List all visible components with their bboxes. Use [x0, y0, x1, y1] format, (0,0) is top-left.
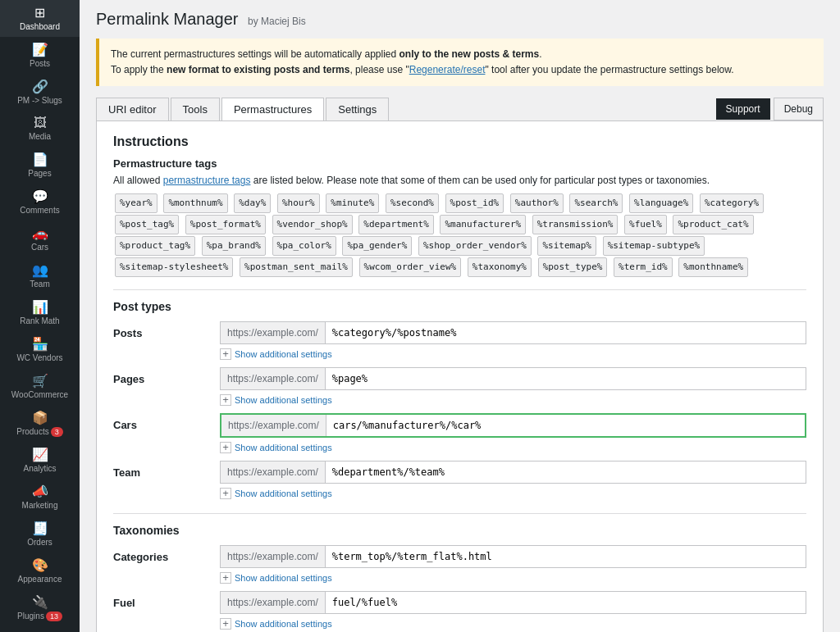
show-additional-posts[interactable]: + Show additional settings	[220, 346, 806, 362]
sidebar-item-comments[interactable]: 💬 Comments	[0, 184, 80, 221]
field-prefix-posts: https://example.com/	[221, 322, 326, 343]
permastructure-tags-title: Permastructure tags	[113, 157, 806, 170]
sidebar-item-users[interactable]: 👤 Users	[0, 626, 80, 632]
field-input-row-fuel: https://example.com/	[220, 591, 806, 614]
sidebar-item-cars[interactable]: 🚗 Cars	[0, 221, 80, 257]
debug-button[interactable]: Debug	[774, 98, 824, 120]
sidebar-item-wc-vendors[interactable]: 🏪 WC Vendors	[0, 331, 80, 368]
sidebar-item-pm-slugs[interactable]: 🔗 PM -> Slugs	[0, 74, 80, 111]
show-additional-categories[interactable]: + Show additional settings	[220, 570, 806, 586]
support-button[interactable]: Support	[716, 98, 770, 120]
media-icon: 🖼	[34, 116, 47, 130]
show-additional-team[interactable]: + Show additional settings	[220, 485, 806, 502]
field-input-fuel[interactable]	[326, 592, 806, 613]
field-input-row-posts: https://example.com/	[220, 321, 806, 344]
field-input-pages[interactable]	[326, 368, 806, 389]
sidebar-label-comments: Comments	[20, 206, 59, 216]
field-prefix-fuel: https://example.com/	[221, 592, 326, 613]
marketing-icon: 📣	[32, 484, 48, 499]
post-types-title: Post types	[113, 289, 806, 313]
regenerate-link[interactable]: Regenerate/reset	[409, 64, 486, 75]
tag-item: %pa_gender%	[342, 236, 412, 256]
tag-item: %language%	[629, 193, 693, 213]
dashboard-icon: ⊞	[34, 5, 45, 20]
sidebar-label-products: Products3	[16, 427, 62, 437]
sidebar-item-woocommerce[interactable]: 🛒 WooCommerce	[0, 368, 80, 405]
sidebar-item-orders[interactable]: 🧾 Orders	[0, 516, 80, 552]
products-icon: 📦	[32, 410, 48, 425]
tab-uri-editor[interactable]: URI editor	[96, 98, 169, 120]
sidebar-item-products[interactable]: 📦 Products3	[0, 405, 80, 442]
sidebar-label-pages: Pages	[28, 169, 51, 179]
plus-icon: +	[220, 572, 231, 584]
show-additional-cars[interactable]: + Show additional settings	[220, 439, 806, 456]
field-label-posts: Posts	[113, 321, 212, 339]
tag-item: %monthname%	[678, 257, 748, 277]
tag-item: %day%	[234, 193, 271, 213]
field-input-categories[interactable]	[326, 546, 806, 567]
content-area: Instructions Permastructure tags All all…	[96, 120, 824, 632]
field-input-cars[interactable]	[326, 415, 805, 436]
tags-container: %year% %monthnum% %day% %hour% %minute% …	[113, 193, 806, 277]
field-row-team: Team https://example.com/ + Show additio…	[113, 461, 806, 502]
taxonomies-section: Taxonomies Categories https://example.co…	[113, 513, 806, 632]
sidebar-item-posts[interactable]: 📝 Posts	[0, 37, 80, 74]
cars-icon: 🚗	[32, 225, 48, 241]
tab-permastructures[interactable]: Permastructures	[221, 98, 324, 120]
tag-item: %post_id%	[445, 193, 504, 213]
show-additional-label: Show additional settings	[235, 349, 332, 359]
show-additional-pages[interactable]: + Show additional settings	[220, 392, 806, 408]
sidebar-item-dashboard[interactable]: ⊞ Dashboard	[0, 0, 80, 37]
sidebar-item-pages[interactable]: 📄 Pages	[0, 147, 80, 184]
sidebar-item-appearance[interactable]: 🎨 Appearance	[0, 552, 80, 589]
plus-icon: +	[220, 442, 231, 453]
tab-settings[interactable]: Settings	[326, 98, 389, 120]
field-row-pages: Pages https://example.com/ + Show additi…	[113, 367, 806, 408]
permastructure-tags-link[interactable]: permastructure tags	[163, 175, 251, 186]
sidebar-item-marketing[interactable]: 📣 Marketing	[0, 479, 80, 516]
field-input-posts[interactable]	[326, 322, 806, 343]
show-additional-label: Show additional settings	[235, 489, 332, 498]
field-input-group-pages: https://example.com/ + Show additional s…	[220, 367, 806, 408]
tag-item: %shop_order_vendor%	[418, 236, 532, 256]
sidebar-item-media[interactable]: 🖼 Media	[0, 111, 80, 147]
field-input-group-cars: https://example.com/ + Show additional s…	[220, 413, 806, 456]
post-types-fields: Posts https://example.com/ + Show additi…	[113, 321, 806, 502]
sidebar-label-cars: Cars	[31, 243, 48, 252]
plus-icon: +	[220, 618, 231, 630]
show-additional-label: Show additional settings	[235, 573, 332, 583]
taxonomies-fields: Categories https://example.com/ + Show a…	[113, 545, 806, 632]
sidebar-item-plugins[interactable]: 🔌 Plugins13	[0, 589, 80, 626]
taxonomies-title: Taxonomies	[113, 513, 806, 537]
sidebar-label-wc-vendors: WC Vendors	[16, 353, 62, 363]
sidebar-label-plugins: Plugins13	[17, 612, 62, 621]
tag-item: %category%	[700, 193, 764, 213]
tab-tools[interactable]: Tools	[171, 98, 220, 120]
plus-icon: +	[220, 394, 231, 406]
field-label-fuel: Fuel	[113, 591, 212, 609]
tag-item: %department%	[358, 215, 433, 234]
tag-item: %hour%	[277, 193, 320, 213]
sidebar-item-team[interactable]: 👥 Team	[0, 257, 80, 294]
show-additional-fuel[interactable]: + Show additional settings	[220, 616, 806, 632]
page-title: Permalink Manager by Maciej Bis	[96, 10, 824, 29]
tag-item: %vendor_shop%	[272, 215, 353, 234]
tag-item: %pa_brand%	[202, 236, 266, 256]
field-label-cars: Cars	[113, 413, 212, 431]
sidebar-item-analytics[interactable]: 📈 Analytics	[0, 442, 80, 479]
field-input-team[interactable]	[326, 461, 806, 483]
tag-item: %sitemap-subtype%	[603, 236, 705, 256]
tab-bar: URI editor Tools Permastructures Setting…	[96, 98, 824, 120]
tag-item: %fuel%	[624, 215, 667, 234]
sidebar-label-appearance: Appearance	[18, 575, 62, 584]
sidebar-label-media: Media	[29, 132, 51, 142]
sidebar-label-dashboard: Dashboard	[20, 22, 60, 32]
field-input-group-fuel: https://example.com/ + Show additional s…	[220, 591, 806, 632]
field-label-team: Team	[113, 461, 212, 479]
sidebar-item-rank-math[interactable]: 📊 Rank Math	[0, 294, 80, 331]
notice-banner: The current permastructures settings wil…	[96, 39, 824, 86]
tag-item: %sitemap-stylesheet%	[115, 257, 233, 277]
tag-item: %sitemap%	[537, 236, 596, 256]
pages-icon: 📄	[32, 152, 48, 167]
field-row-posts: Posts https://example.com/ + Show additi…	[113, 321, 806, 362]
